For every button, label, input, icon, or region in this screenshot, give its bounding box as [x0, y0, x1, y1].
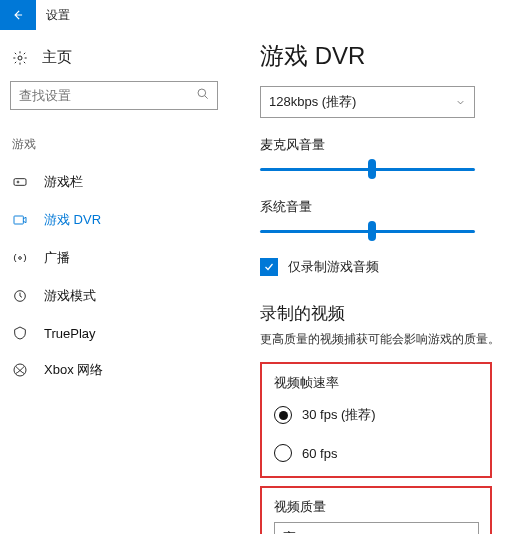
sidebar-item-label: TruePlay — [44, 326, 96, 341]
svg-rect-3 — [14, 216, 23, 224]
home-link[interactable]: 主页 — [12, 48, 218, 67]
recorded-video-heading: 录制的视频 — [260, 302, 512, 325]
back-button[interactable] — [0, 0, 36, 30]
svg-point-4 — [19, 257, 22, 260]
fps-label: 视频帧速率 — [274, 374, 478, 392]
left-section-header: 游戏 — [12, 136, 218, 153]
titlebar: 设置 — [0, 0, 530, 30]
sidebar-item-game-dvr[interactable]: 游戏 DVR — [10, 201, 218, 239]
record-game-audio-row[interactable]: 仅录制游戏音频 — [260, 258, 512, 276]
sys-volume-label: 系统音量 — [260, 198, 512, 216]
search-input[interactable] — [10, 81, 218, 110]
record-game-audio-label: 仅录制游戏音频 — [288, 258, 379, 276]
quality-highlight-box: 视频质量 高 — [260, 486, 492, 534]
sidebar-item-label: 游戏栏 — [44, 173, 83, 191]
svg-point-0 — [18, 56, 22, 60]
fps-highlight-box: 视频帧速率 30 fps (推荐) 60 fps — [260, 362, 492, 478]
sidebar-item-label: 广播 — [44, 249, 70, 267]
sidebar-item-xbox-network[interactable]: Xbox 网络 — [10, 351, 218, 389]
left-pane: 主页 游戏 游戏栏 游戏 DVR 广播 游戏模式 TruePlay — [0, 30, 230, 534]
fps-30-label: 30 fps (推荐) — [302, 406, 376, 424]
check-icon — [263, 261, 275, 273]
page-title: 游戏 DVR — [260, 40, 512, 72]
gamebar-icon — [12, 174, 28, 190]
home-label: 主页 — [42, 48, 72, 67]
quality-label: 视频质量 — [274, 498, 478, 516]
back-arrow-icon — [11, 8, 25, 22]
sidebar-item-broadcast[interactable]: 广播 — [10, 239, 218, 277]
search-wrap — [10, 81, 218, 110]
radio-60fps[interactable] — [274, 444, 292, 462]
svg-point-1 — [198, 89, 206, 97]
radio-30fps[interactable] — [274, 406, 292, 424]
sidebar-item-game-bar[interactable]: 游戏栏 — [10, 163, 218, 201]
gamemode-icon — [12, 288, 28, 304]
mic-volume-slider[interactable] — [260, 158, 475, 180]
slider-thumb[interactable] — [368, 159, 376, 179]
sidebar-item-trueplay[interactable]: TruePlay — [10, 315, 218, 351]
broadcast-icon — [12, 250, 28, 266]
sidebar-item-label: Xbox 网络 — [44, 361, 103, 379]
sidebar-item-label: 游戏模式 — [44, 287, 96, 305]
bitrate-select[interactable]: 128kbps (推荐) — [260, 86, 475, 118]
fps-option-60[interactable]: 60 fps — [274, 444, 478, 462]
gear-icon — [12, 50, 28, 66]
record-game-audio-checkbox[interactable] — [260, 258, 278, 276]
titlebar-app-name: 设置 — [46, 7, 70, 24]
dvr-icon — [12, 212, 28, 228]
sys-volume-slider[interactable] — [260, 220, 475, 242]
sidebar-item-label: 游戏 DVR — [44, 211, 101, 229]
svg-rect-2 — [14, 179, 26, 186]
xbox-icon — [12, 362, 28, 378]
recorded-video-hint: 更高质量的视频捕获可能会影响游戏的质量。 — [260, 331, 512, 348]
trueplay-icon — [12, 325, 28, 341]
fps-60-label: 60 fps — [302, 446, 337, 461]
search-icon — [196, 87, 210, 101]
right-pane: 游戏 DVR 128kbps (推荐) 麦克风音量 系统音量 仅录制游戏音频 录… — [230, 30, 530, 534]
quality-select[interactable]: 高 — [274, 522, 479, 534]
slider-thumb[interactable] — [368, 221, 376, 241]
sidebar-item-game-mode[interactable]: 游戏模式 — [10, 277, 218, 315]
chevron-down-icon — [455, 97, 466, 108]
bitrate-value: 128kbps (推荐) — [269, 93, 356, 111]
quality-value: 高 — [283, 529, 296, 534]
fps-option-30[interactable]: 30 fps (推荐) — [274, 406, 478, 424]
mic-volume-label: 麦克风音量 — [260, 136, 512, 154]
